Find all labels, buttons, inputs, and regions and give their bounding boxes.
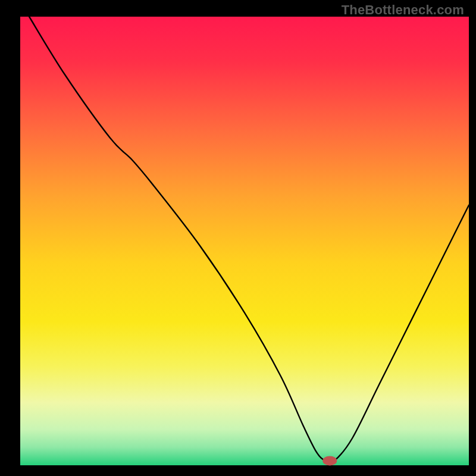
bottleneck-chart — [0, 0, 476, 476]
chart-frame: TheBottleneck.com — [0, 0, 476, 476]
plot-background — [20, 17, 469, 465]
optimal-point-marker — [322, 456, 337, 465]
watermark-text: TheBottleneck.com — [342, 2, 464, 18]
